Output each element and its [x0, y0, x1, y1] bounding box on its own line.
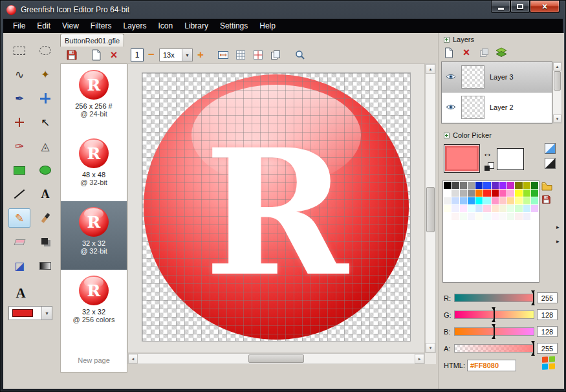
palette-color[interactable] — [468, 190, 475, 197]
a-slider[interactable] — [454, 344, 534, 353]
layer-list-scrollbar[interactable]: ▴ ▾ — [552, 61, 562, 124]
palette-color[interactable] — [483, 213, 490, 220]
hotspot-tool[interactable] — [8, 113, 30, 132]
fit-window-button[interactable] — [215, 48, 231, 62]
menu-icon[interactable]: Icon — [153, 19, 179, 32]
slider-handle[interactable] — [491, 325, 497, 338]
palette-color[interactable] — [468, 197, 475, 204]
scroll-left-arrow-icon[interactable]: ◂ — [128, 354, 138, 364]
palette-color[interactable] — [499, 213, 506, 220]
palette-color[interactable] — [531, 182, 538, 189]
palette-color[interactable] — [460, 197, 467, 204]
palette-color[interactable] — [523, 197, 530, 204]
scroll-down-arrow-icon[interactable]: ▾ — [553, 114, 561, 123]
eraser-tool[interactable] — [8, 232, 30, 252]
palette-color[interactable] — [507, 197, 514, 204]
line-tool[interactable] — [8, 184, 30, 204]
menu-file[interactable]: File — [7, 19, 31, 32]
layer-visibility-eye-icon[interactable] — [446, 71, 456, 83]
new-page-button[interactable]: New page — [61, 356, 127, 364]
delete-layer-button[interactable]: × — [460, 45, 473, 60]
palette-color[interactable] — [444, 190, 451, 197]
slider-value[interactable]: 128 — [537, 326, 558, 337]
menu-settings[interactable]: Settings — [214, 19, 254, 32]
save-palette-button[interactable] — [541, 195, 551, 207]
lasso-tool[interactable]: ∿ — [8, 65, 30, 84]
ellipse-tool[interactable] — [34, 160, 56, 180]
slider-value[interactable]: 128 — [537, 309, 558, 320]
palette-color[interactable] — [523, 190, 530, 197]
maximize-button[interactable] — [510, 1, 530, 13]
g-slider[interactable] — [454, 310, 534, 319]
palette-color[interactable] — [460, 190, 467, 197]
magic-wand-tool[interactable]: ✦ — [34, 65, 56, 84]
palette-expand-arrow-icon[interactable]: ▸ — [556, 224, 560, 230]
brush-tool[interactable] — [34, 208, 56, 228]
text-tool[interactable]: A — [34, 184, 56, 204]
palette-color[interactable] — [444, 213, 451, 220]
canvas-viewport[interactable]: R — [127, 63, 425, 353]
background-swatch[interactable] — [497, 148, 524, 170]
palette-color[interactable] — [468, 213, 475, 220]
palette-color[interactable] — [483, 182, 490, 189]
toggle-grid-button[interactable] — [233, 48, 248, 62]
palette-color[interactable] — [531, 190, 538, 197]
scroll-right-arrow-icon[interactable]: ▸ — [415, 354, 424, 364]
palette-expand-arrow-icon[interactable]: ▸ — [556, 239, 560, 245]
palette-color[interactable] — [507, 213, 514, 220]
palette-color[interactable] — [515, 205, 522, 212]
r-slider[interactable] — [454, 294, 534, 302]
menu-view[interactable]: View — [56, 19, 85, 32]
palette-color[interactable] — [460, 205, 467, 212]
page-item[interactable]: R48 x 48@ 32-bit — [61, 133, 127, 201]
zoom-tool-button[interactable] — [292, 48, 308, 62]
layers-collapse-icon[interactable] — [444, 37, 450, 43]
swap-colors-arrow-icon[interactable]: ↔ — [483, 147, 492, 158]
palette-color[interactable] — [499, 197, 506, 204]
palette-color[interactable] — [475, 190, 483, 197]
palette-color[interactable] — [515, 182, 522, 189]
pencil-tool[interactable]: ✎ — [8, 208, 30, 228]
duplicate-layer-button[interactable] — [477, 45, 490, 60]
palette-color[interactable] — [523, 182, 530, 189]
palette-color[interactable] — [499, 190, 506, 197]
document-tab[interactable]: ButtonRed01.gfie — [60, 34, 124, 47]
slider-handle[interactable] — [530, 342, 536, 355]
move-tool[interactable] — [34, 89, 56, 108]
rectangle-tool[interactable] — [8, 160, 30, 180]
page-item[interactable]: R32 x 32@ 256 colors — [61, 270, 127, 338]
palette-color[interactable] — [460, 213, 467, 220]
menu-library[interactable]: Library — [179, 19, 214, 32]
select-rect-tool[interactable] — [8, 41, 30, 60]
palette-color[interactable] — [492, 182, 499, 189]
palette-color[interactable] — [475, 197, 483, 204]
zoom-in-button[interactable]: + — [195, 48, 206, 62]
palette-color[interactable] — [444, 205, 451, 212]
zoom-out-button[interactable]: − — [146, 48, 157, 62]
merge-layers-button[interactable] — [495, 45, 508, 60]
page-item[interactable]: R256 x 256 #@ 24-bit — [61, 64, 127, 133]
eyedropper-tool[interactable]: ✑ — [8, 136, 30, 156]
menu-edit[interactable]: Edit — [31, 19, 56, 32]
palette-color[interactable] — [452, 182, 459, 189]
palette-color[interactable] — [531, 205, 538, 212]
palette-color[interactable] — [483, 205, 490, 212]
delete-page-button[interactable]: × — [106, 48, 122, 62]
menu-help[interactable]: Help — [254, 19, 281, 32]
antialias-toggle[interactable]: A — [10, 284, 32, 302]
scroll-up-arrow-icon[interactable]: ▴ — [426, 64, 435, 74]
default-colors-icon[interactable] — [484, 162, 494, 171]
pointer-tool[interactable]: ↖ — [34, 113, 56, 132]
close-button[interactable]: × — [530, 1, 560, 13]
transparent-color-icon[interactable] — [545, 143, 556, 154]
palette-color[interactable] — [468, 182, 475, 189]
canvas-horizontal-scrollbar[interactable]: ◂ ▸ — [127, 353, 425, 364]
palette-color[interactable] — [468, 205, 475, 212]
clone-tool[interactable] — [34, 232, 56, 252]
horizontal-scroll-thumb[interactable] — [248, 354, 304, 363]
palette-color[interactable] — [475, 205, 483, 212]
canvas[interactable]: R — [142, 72, 411, 342]
page-item[interactable]: R32 x 32@ 32-bit — [61, 201, 127, 270]
palette-color[interactable] — [515, 213, 522, 220]
select-ellipse-tool[interactable] — [34, 41, 56, 60]
